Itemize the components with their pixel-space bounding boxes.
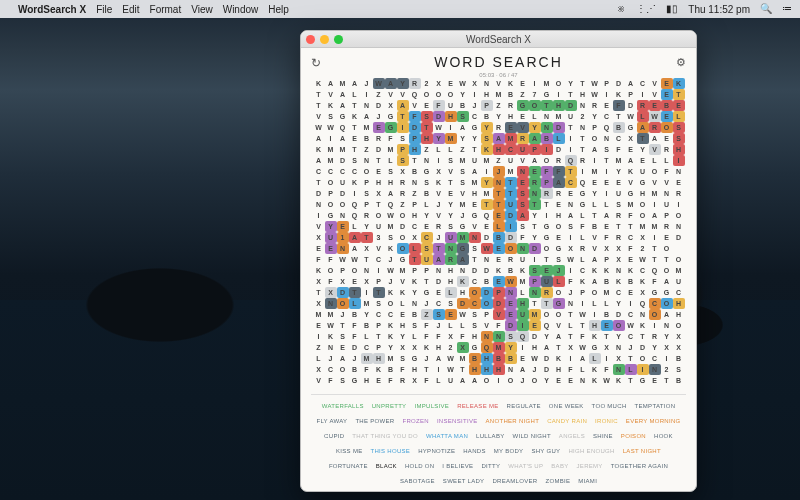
- grid-cell[interactable]: S: [469, 243, 481, 254]
- grid-cell[interactable]: X: [409, 342, 421, 353]
- grid-cell[interactable]: L: [529, 111, 541, 122]
- grid-cell[interactable]: Q: [481, 210, 493, 221]
- grid-cell[interactable]: F: [325, 276, 337, 287]
- grid-cell[interactable]: E: [445, 188, 457, 199]
- grid-cell[interactable]: L: [589, 298, 601, 309]
- grid-cell[interactable]: B: [505, 265, 517, 276]
- grid-cell[interactable]: O: [385, 298, 397, 309]
- grid-cell[interactable]: K: [325, 100, 337, 111]
- grid-cell[interactable]: P: [361, 199, 373, 210]
- grid-cell[interactable]: T: [589, 210, 601, 221]
- grid-cell[interactable]: R: [673, 188, 685, 199]
- grid-cell[interactable]: V: [397, 276, 409, 287]
- grid-cell[interactable]: P: [481, 100, 493, 111]
- grid-cell[interactable]: 2: [421, 78, 433, 89]
- grid-cell[interactable]: E: [505, 309, 517, 320]
- grid-cell[interactable]: Q: [565, 155, 577, 166]
- grid-cell[interactable]: I: [589, 155, 601, 166]
- grid-cell[interactable]: E: [553, 375, 565, 386]
- word-list-item[interactable]: HYPNOTIZE: [418, 446, 455, 457]
- menubar-item-format[interactable]: Format: [150, 4, 182, 15]
- grid-cell[interactable]: R: [589, 100, 601, 111]
- grid-cell[interactable]: F: [361, 364, 373, 375]
- grid-cell[interactable]: A: [397, 100, 409, 111]
- grid-cell[interactable]: B: [673, 375, 685, 386]
- grid-cell[interactable]: V: [409, 100, 421, 111]
- grid-cell[interactable]: W: [457, 309, 469, 320]
- grid-cell[interactable]: A: [385, 188, 397, 199]
- grid-cell[interactable]: E: [505, 122, 517, 133]
- grid-cell[interactable]: 7: [529, 89, 541, 100]
- grid-cell[interactable]: H: [673, 309, 685, 320]
- grid-cell[interactable]: H: [445, 276, 457, 287]
- grid-cell[interactable]: W: [313, 122, 325, 133]
- grid-cell[interactable]: D: [553, 122, 565, 133]
- grid-cell[interactable]: L: [409, 243, 421, 254]
- grid-cell[interactable]: I: [661, 353, 673, 364]
- grid-cell[interactable]: G: [385, 111, 397, 122]
- grid-cell[interactable]: N: [673, 221, 685, 232]
- grid-cell[interactable]: E: [565, 375, 577, 386]
- grid-cell[interactable]: F: [349, 331, 361, 342]
- grid-cell[interactable]: Z: [493, 100, 505, 111]
- grid-cell[interactable]: P: [325, 188, 337, 199]
- grid-cell[interactable]: P: [625, 89, 637, 100]
- grid-cell[interactable]: O: [529, 100, 541, 111]
- grid-cell[interactable]: J: [421, 353, 433, 364]
- grid-cell[interactable]: S: [445, 155, 457, 166]
- grid-cell[interactable]: T: [673, 89, 685, 100]
- word-list-item[interactable]: DREAMLOVER: [492, 476, 537, 487]
- grid-cell[interactable]: D: [469, 265, 481, 276]
- grid-cell[interactable]: S: [385, 166, 397, 177]
- grid-cell[interactable]: O: [649, 309, 661, 320]
- grid-cell[interactable]: A: [589, 276, 601, 287]
- grid-cell[interactable]: U: [337, 177, 349, 188]
- grid-cell[interactable]: H: [637, 188, 649, 199]
- grid-cell[interactable]: Y: [493, 111, 505, 122]
- grid-cell[interactable]: S: [385, 232, 397, 243]
- grid-cell[interactable]: W: [649, 111, 661, 122]
- grid-cell[interactable]: Y: [529, 232, 541, 243]
- grid-cell[interactable]: V: [373, 243, 385, 254]
- grid-cell[interactable]: L: [445, 287, 457, 298]
- grid-cell[interactable]: H: [673, 144, 685, 155]
- grid-cell[interactable]: P: [397, 144, 409, 155]
- grid-cell[interactable]: I: [529, 78, 541, 89]
- grid-cell[interactable]: L: [589, 353, 601, 364]
- grid-cell[interactable]: T: [625, 221, 637, 232]
- grid-cell[interactable]: C: [649, 353, 661, 364]
- grid-cell[interactable]: V: [517, 155, 529, 166]
- grid-cell[interactable]: Y: [445, 210, 457, 221]
- grid-cell[interactable]: T: [577, 320, 589, 331]
- word-list-item[interactable]: INSENSITIVE: [437, 416, 478, 427]
- grid-cell[interactable]: E: [625, 254, 637, 265]
- word-list-item[interactable]: KISS ME: [336, 446, 362, 457]
- grid-cell[interactable]: H: [493, 144, 505, 155]
- grid-cell[interactable]: T: [505, 177, 517, 188]
- grid-cell[interactable]: J: [457, 210, 469, 221]
- grid-cell[interactable]: L: [577, 254, 589, 265]
- grid-cell[interactable]: T: [601, 331, 613, 342]
- grid-cell[interactable]: L: [517, 287, 529, 298]
- grid-cell[interactable]: P: [409, 199, 421, 210]
- grid-cell[interactable]: W: [577, 342, 589, 353]
- grid-cell[interactable]: V: [625, 177, 637, 188]
- grid-cell[interactable]: N: [601, 133, 613, 144]
- grid-cell[interactable]: U: [541, 276, 553, 287]
- grid-cell[interactable]: C: [625, 309, 637, 320]
- grid-cell[interactable]: A: [517, 210, 529, 221]
- word-list-item[interactable]: HOLD ON: [405, 461, 434, 472]
- word-list-item[interactable]: WHATTA MAN: [426, 431, 468, 442]
- grid-cell[interactable]: U: [565, 111, 577, 122]
- grid-cell[interactable]: J: [553, 265, 565, 276]
- grid-cell[interactable]: T: [469, 144, 481, 155]
- word-list-item[interactable]: ZOMBIE: [545, 476, 570, 487]
- grid-cell[interactable]: C: [601, 111, 613, 122]
- word-list-item[interactable]: IMPULSIVE: [414, 401, 449, 412]
- grid-cell[interactable]: K: [589, 375, 601, 386]
- grid-cell[interactable]: M: [361, 122, 373, 133]
- grid-cell[interactable]: H: [553, 364, 565, 375]
- grid-cell[interactable]: T: [565, 122, 577, 133]
- grid-cell[interactable]: I: [505, 221, 517, 232]
- grid-cell[interactable]: T: [637, 331, 649, 342]
